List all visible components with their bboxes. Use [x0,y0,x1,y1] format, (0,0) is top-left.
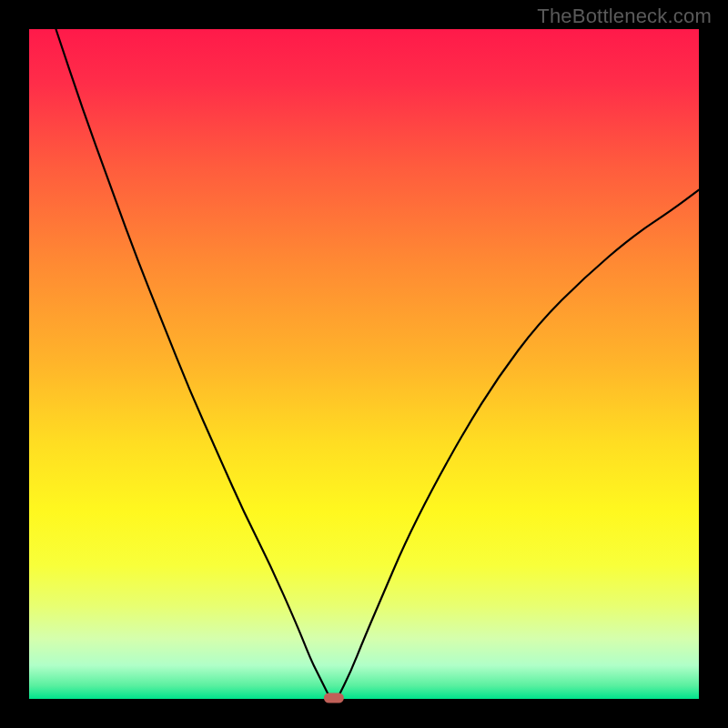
chart-svg [0,0,728,728]
bottleneck-chart [0,0,728,728]
watermark-text: TheBottleneck.com [537,5,712,28]
plot-area [29,29,699,699]
valley-marker [324,693,344,703]
